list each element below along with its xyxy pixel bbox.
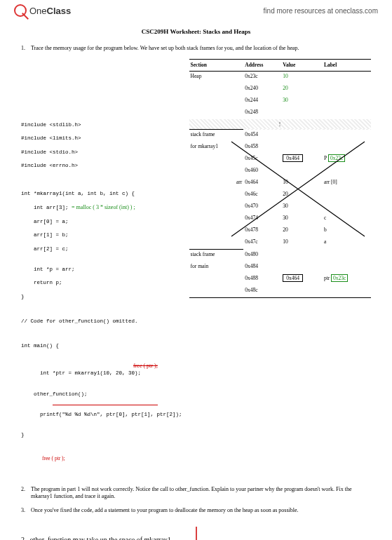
addr: 0x244 [243, 95, 281, 107]
hw-free-strike: free ( ptr ); [133, 363, 158, 370]
th-section: Section [189, 60, 244, 72]
code-line: int *p = arr; [21, 266, 182, 274]
hw-red-underline [53, 405, 158, 405]
th-label: Label [323, 60, 371, 72]
code-line: #include <stdio.h> [21, 149, 182, 156]
section-frame2b: for main [189, 262, 244, 274]
hw-arr: arr [236, 179, 242, 185]
addr: 0x478 [243, 225, 281, 237]
addr: 0x470 [243, 201, 281, 213]
hw-val: 20 [281, 189, 323, 201]
arrow-down-icon [189, 527, 203, 540]
page-header: OneClass find more resources at oneclass… [0, 0, 392, 21]
question-3: 3. Once you've fixed the code, add a sta… [21, 507, 371, 514]
memory-table: Section Address Value Label Heap0x23c10 … [189, 59, 371, 475]
addr: 0x240 [243, 83, 281, 95]
code-line: // Code for other_function() omitted. [21, 318, 182, 325]
section-frame1b: for mkarray1 [189, 142, 244, 154]
section-frame1: stack frame [189, 130, 244, 142]
addr: 0x248 [243, 107, 281, 119]
addr: 0x488 [243, 274, 281, 285]
hw-val: 10 [281, 177, 323, 189]
hw-arr0: arr [0] [323, 177, 371, 189]
header-tagline: find more resources at oneclass.com [264, 7, 378, 15]
addr: 0x23c [243, 72, 281, 84]
question-1: 1. Trace the memory usage for the progra… [21, 45, 371, 52]
th-value: Value [281, 60, 323, 72]
question-2: 2. The program in part 1 will not work c… [21, 486, 371, 501]
hw-p-val: 0x464 [283, 154, 303, 162]
hw-lbl: b [323, 225, 371, 237]
code-line: int main() { [21, 343, 182, 350]
main-columns: #include <stdlib.h> #include <limits.h> … [21, 59, 371, 475]
q1-text: Trace the memory usage for the program b… [31, 45, 371, 52]
addr: 0x46c [243, 189, 281, 201]
q3-text: Once you've fixed the code, add a statem… [31, 507, 371, 514]
q2-text: The program in part 1 will not work corr… [31, 486, 371, 501]
hw-val: 30 [281, 213, 323, 225]
hw-val: 20 [281, 83, 323, 95]
code-line: arr[2] = c; [21, 246, 182, 253]
code-line: int *ptr = mkarray1(10, 20, 30); [27, 370, 141, 376]
hw-lbl: c [323, 213, 371, 225]
magnifier-icon [14, 4, 27, 17]
code-line: return p; [21, 280, 182, 287]
code-line: } [21, 432, 182, 439]
hw-malloc-annotation: = malloc ( 3 * sizeof (int) ) ; [72, 204, 135, 210]
hw-green-box: 0x23c [328, 154, 345, 162]
code-line: #include <stdlib.h> [21, 122, 182, 129]
addr: 0x464 [243, 177, 281, 189]
code-line: printf("%d %d %d\n", ptr[0], ptr[1], ptr… [27, 412, 182, 417]
hw-lbl: a [323, 237, 371, 250]
addr: 0x458 [243, 142, 281, 154]
q1-number: 1. [21, 45, 31, 52]
addr: 0x484 [243, 262, 281, 274]
hw-val: 10 [281, 72, 323, 84]
code-line: other_function(); [21, 391, 182, 398]
hw-p-lbl: P [324, 155, 327, 161]
hw-val: 10 [281, 237, 323, 250]
hw-green-box: 0x23c [331, 274, 348, 282]
th-address: Address [243, 60, 281, 72]
hw-a2-num: 2. [21, 536, 27, 540]
section-heap: Heap [189, 72, 244, 84]
code-line: #include <errno.h> [21, 163, 182, 170]
q2-number: 2. [21, 486, 31, 501]
addr: 0x48c [243, 285, 281, 298]
hw-val: 30 [281, 201, 323, 213]
hw-val: 20 [281, 225, 323, 237]
addr: 0x47c [243, 237, 281, 250]
brand-logo: OneClass [14, 4, 71, 17]
addr: 0x460 [243, 166, 281, 177]
addr: 0x454 [243, 130, 281, 142]
q3-number: 3. [21, 507, 31, 514]
worksheet-title: CSC209H Worksheet: Stacks and Heaps [0, 28, 392, 35]
addr: 0x480 [243, 250, 281, 262]
brand-text: OneClass [29, 6, 71, 16]
ellipsis: ⋮ [189, 119, 371, 130]
hw-free-annotation: free ( ptr ); [21, 455, 182, 462]
handwritten-answers: 2. other_function may take up the space … [0, 529, 392, 540]
code-line: arr[1] = b; [21, 232, 182, 239]
code-line: arr[0] = a; [21, 219, 182, 226]
hw-a2-text: other_function may take up the space of … [30, 536, 173, 540]
section-frame2: stack frame [189, 250, 244, 262]
code-line: int arr[3]; [21, 205, 69, 210]
addr: 0x45c [243, 154, 281, 166]
code-listing: #include <stdlib.h> #include <limits.h> … [21, 59, 182, 475]
hw-ptr-lbl: ptr [324, 275, 330, 281]
code-line: int *mkarray1(int a, int b, int c) { [21, 191, 182, 198]
hw-ptr-val: 0x464 [283, 274, 303, 282]
code-line: } [21, 294, 182, 301]
hw-val: 30 [281, 95, 323, 107]
code-line: #include <limits.h> [21, 135, 182, 142]
addr: 0x474 [243, 213, 281, 225]
